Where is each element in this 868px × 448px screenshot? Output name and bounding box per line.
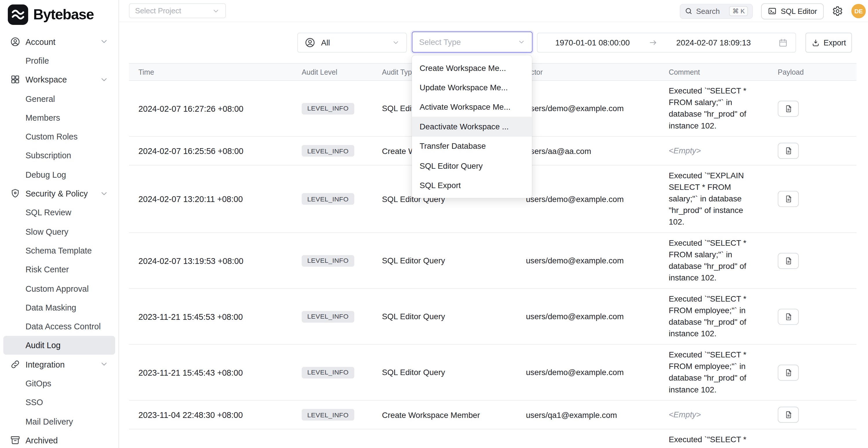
user-circle-icon (305, 37, 316, 48)
date-range-picker[interactable]: 1970-01-01 08:00:00 2024-02-07 18:09:13 (537, 33, 796, 53)
sidebar-item-sql-review[interactable]: SQL Review (3, 203, 115, 222)
cell-payload (768, 304, 857, 329)
menu-item-create-workspace-me[interactable]: Create Workspace Me... (412, 58, 532, 78)
sidebar-item-sso[interactable]: SSO (3, 393, 115, 412)
sidebar-item-members[interactable]: Members (3, 108, 115, 127)
table-row: 2023-11-04 21:26:34 +08:00LEVEL_INFOSQL … (129, 429, 856, 448)
sidebar-item-label: SQL Review (26, 208, 71, 217)
sidebar-item-workspace[interactable]: Workspace (3, 70, 115, 89)
payload-button[interactable] (778, 143, 799, 159)
sidebar-item-subscription[interactable]: Subscription (3, 146, 115, 165)
user-circle-icon (10, 36, 20, 47)
cell-comment: <Empty> (659, 141, 768, 161)
sidebar-item-mail-delivery[interactable]: Mail Delivery (3, 412, 115, 430)
cell-audit-level: LEVEL_INFO (292, 362, 373, 383)
cell-audit-level: LEVEL_INFO (292, 447, 373, 448)
cell-audit-type: SQL Editor Query (373, 308, 517, 325)
sql-editor-label: SQL Editor (781, 7, 817, 15)
file-icon (784, 368, 793, 377)
payload-button[interactable] (778, 407, 799, 422)
sidebar-item-gitops[interactable]: GitOps (3, 374, 115, 393)
actor-filter-value: All (321, 38, 330, 47)
table-row: 2024-02-07 13:19:53 +08:00LEVEL_INFOSQL … (129, 233, 856, 289)
header-payload: Payload (768, 68, 857, 76)
sidebar-item-label: Debug Log (26, 169, 66, 179)
date-to: 2024-02-07 18:09:13 (676, 38, 751, 47)
sidebar-item-custom-roles[interactable]: Custom Roles (3, 127, 115, 146)
project-select-placeholder: Select Project (135, 7, 181, 15)
sql-editor-button[interactable]: SQL Editor (762, 3, 824, 19)
sidebar-item-label: Members (26, 113, 60, 122)
sidebar-item-integration[interactable]: Integration (3, 355, 115, 374)
sidebar-item-debug-log[interactable]: Debug Log (3, 165, 115, 184)
payload-button[interactable] (778, 100, 799, 116)
sidebar-item-schema-template[interactable]: Schema Template (3, 241, 115, 260)
audit-log-page: Bytebase AccountProfileWorkspaceGeneralM… (0, 0, 868, 448)
sidebar-item-data-masking[interactable]: Data Masking (3, 298, 115, 317)
brand-logo[interactable]: Bytebase (0, 0, 118, 25)
sidebar-item-data-access-control[interactable]: Data Access Control (3, 317, 115, 336)
level-badge: LEVEL_INFO (302, 409, 354, 420)
header-time: Time (129, 68, 292, 76)
file-icon (784, 104, 793, 114)
sidebar-item-label: Audit Log (26, 341, 61, 350)
cell-audit-type: SQL Editor Query (373, 363, 517, 381)
cell-audit-level: LEVEL_INFO (292, 189, 373, 209)
header-comment: Comment (659, 68, 768, 76)
sidebar-nav: AccountProfileWorkspaceGeneralMembersCus… (0, 32, 118, 448)
type-filter-select[interactable]: Select Type (412, 32, 533, 53)
table-row: 2023-11-21 15:45:53 +08:00LEVEL_INFOSQL … (129, 289, 856, 345)
payload-button[interactable] (778, 253, 799, 268)
cell-payload (768, 248, 857, 273)
export-button[interactable]: Export (805, 33, 852, 53)
sidebar-item-label: Data Access Control (26, 322, 101, 331)
menu-item-transfer-database[interactable]: Transfer Database (412, 136, 532, 156)
header-audit-level: Audit Level (292, 68, 373, 76)
sidebar-item-label: GitOps (26, 379, 51, 388)
export-label: Export (824, 38, 846, 47)
search-input[interactable]: Search ⌘ K (680, 3, 753, 19)
cell-comment: Executed `"EXPLAIN SELECT * FROM salary;… (659, 165, 768, 232)
cell-actor: users/demo@example.com (517, 100, 659, 117)
sidebar-item-label: Custom Roles (26, 132, 78, 141)
level-badge: LEVEL_INFO (302, 145, 354, 157)
sidebar-item-risk-center[interactable]: Risk Center (3, 260, 115, 279)
sidebar-item-audit-log[interactable]: Audit Log (3, 336, 115, 355)
actor-filter-select[interactable]: All (297, 33, 407, 53)
arrow-right-icon (649, 38, 657, 47)
payload-button[interactable] (778, 191, 799, 207)
menu-item-activate-workspace-me[interactable]: Activate Workspace Me... (412, 97, 532, 117)
menu-item-update-workspace-me[interactable]: Update Workspace Me... (412, 77, 532, 97)
sidebar-item-custom-approval[interactable]: Custom Approval (3, 279, 115, 298)
level-badge: LEVEL_INFO (302, 103, 354, 114)
sidebar-item-slow-query[interactable]: Slow Query (3, 222, 115, 241)
cell-comment: Executed `"SELECT * FROM salary;"` in da… (659, 233, 768, 288)
chevron-down-icon (100, 189, 108, 198)
menu-item-sql-export[interactable]: SQL Export (412, 176, 532, 195)
gear-icon[interactable] (832, 5, 843, 17)
project-select[interactable]: Select Project (129, 3, 226, 18)
topbar-right: Search ⌘ K SQL Editor DE (680, 0, 866, 22)
search-label: Search (696, 7, 720, 15)
cell-audit-level: LEVEL_INFO (292, 98, 373, 119)
cell-payload (768, 186, 857, 211)
empty-comment: <Empty> (669, 146, 701, 155)
sidebar-item-profile[interactable]: Profile (3, 51, 115, 70)
cell-time: 2024-02-07 13:19:53 +08:00 (129, 252, 292, 270)
cell-payload (768, 445, 857, 448)
sidebar-item-security-policy[interactable]: Security & Policy (3, 184, 115, 203)
cell-time: 2024-02-07 13:20:11 +08:00 (129, 190, 292, 208)
cell-audit-level: LEVEL_INFO (292, 306, 373, 327)
menu-item-deactivate-workspace[interactable]: Deactivate Workspace ... (412, 117, 532, 137)
sidebar-item-account[interactable]: Account (3, 32, 115, 51)
calendar-icon (778, 38, 788, 47)
payload-button[interactable] (778, 364, 799, 380)
sidebar-item-label: General (26, 94, 55, 103)
payload-button[interactable] (778, 309, 799, 324)
sidebar-item-label: Risk Center (26, 264, 69, 274)
sidebar-item-label: SSO (26, 397, 43, 407)
sidebar-item-general[interactable]: General (3, 89, 115, 108)
menu-item-sql-editor-query[interactable]: SQL Editor Query (412, 156, 532, 176)
avatar[interactable]: DE (851, 4, 866, 18)
sidebar-item-archived[interactable]: Archived (3, 430, 115, 448)
